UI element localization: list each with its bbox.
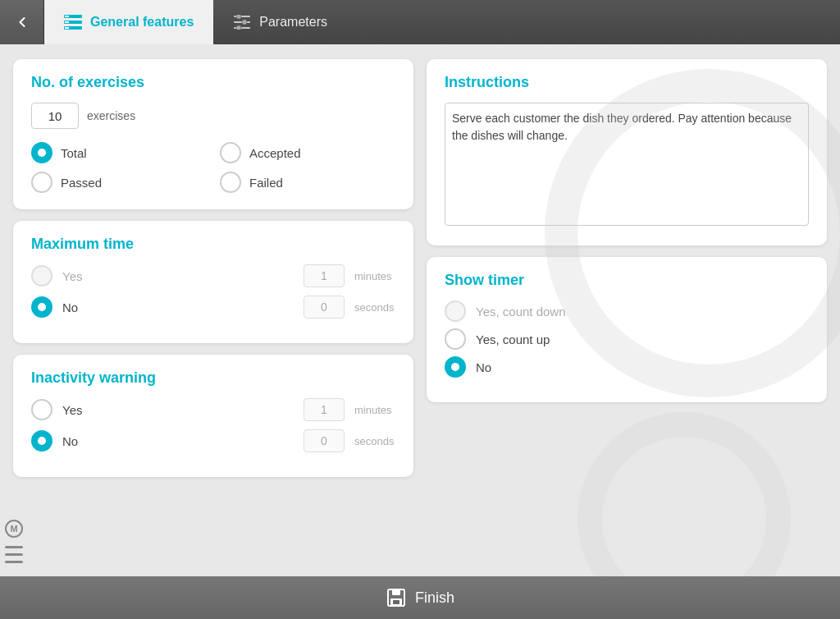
max-time-minutes-input[interactable]	[304, 264, 345, 287]
timer-count-up-row: Yes, count up	[445, 328, 809, 350]
instructions-card: Instructions Serve each customer the dis…	[427, 59, 827, 245]
radio-timer-no[interactable]	[445, 356, 466, 378]
timer-no-label: No	[476, 360, 491, 374]
sidebar-m-icon[interactable]: M	[5, 520, 23, 538]
svg-point-11	[236, 25, 241, 30]
inactivity-title: Inactivity warning	[31, 369, 395, 387]
timer-count-down-row: Yes, count down	[445, 300, 809, 322]
back-arrow-icon	[14, 14, 30, 30]
max-time-no-label: No	[62, 300, 78, 314]
sidebar-line-3	[5, 561, 23, 563]
general-features-icon	[64, 13, 82, 31]
parameters-icon	[233, 13, 251, 31]
radio-accepted-label: Accepted	[249, 146, 301, 160]
instructions-textarea[interactable]: Serve each customer the dish they ordere…	[445, 103, 809, 226]
tab-general-features[interactable]: General features	[44, 0, 213, 44]
inactivity-minutes-label: minutes	[354, 404, 395, 416]
main-content: No. of exercises exercises Total Accepte…	[0, 44, 840, 576]
inactivity-no-label: No	[62, 434, 78, 448]
svg-rect-3	[65, 16, 69, 17]
tab-general-label: General features	[90, 15, 194, 30]
tab-parameters[interactable]: Parameters	[213, 0, 347, 44]
radio-inactivity-no[interactable]	[31, 430, 52, 452]
radio-row-failed[interactable]: Failed	[220, 172, 395, 193]
radio-row-accepted[interactable]: Accepted	[220, 142, 395, 163]
timer-no-row: No	[445, 356, 809, 378]
max-time-card: Maximum time Yes minutes No seconds	[13, 221, 413, 343]
svg-rect-4	[65, 21, 69, 23]
left-sidebar: M	[0, 513, 28, 570]
show-timer-card: Show timer Yes, count down Yes, count up…	[427, 257, 827, 402]
exercises-input-row: exercises	[31, 103, 395, 129]
instructions-title: Instructions	[445, 74, 809, 91]
right-column: Instructions Serve each customer the dis…	[427, 59, 827, 562]
inactivity-seconds-label: seconds	[354, 435, 395, 447]
svg-point-10	[242, 20, 247, 25]
top-nav: General features Parameters	[0, 0, 840, 44]
svg-point-9	[236, 15, 241, 19]
exercises-unit-label: exercises	[87, 109, 135, 122]
max-time-seconds-input[interactable]	[304, 296, 345, 319]
finish-save-icon	[386, 587, 407, 608]
max-time-yes-row: Yes minutes	[31, 264, 395, 287]
radio-row-total[interactable]: Total	[31, 142, 207, 163]
max-time-seconds-label: seconds	[354, 301, 395, 314]
count-down-label: Yes, count down	[476, 305, 566, 319]
max-time-yes-label: Yes	[62, 269, 82, 283]
left-column: No. of exercises exercises Total Accepte…	[13, 59, 413, 562]
radio-failed-label: Failed	[249, 176, 283, 190]
radio-inactivity-yes[interactable]	[31, 399, 52, 420]
radio-count-down[interactable]	[445, 300, 466, 322]
radio-total-label: Total	[61, 146, 87, 160]
radio-total[interactable]	[31, 142, 52, 163]
radio-max-time-no[interactable]	[31, 296, 52, 318]
max-time-no-row: No seconds	[31, 296, 395, 319]
radio-row-passed[interactable]: Passed	[31, 172, 207, 193]
exercises-radio-grid: Total Accepted Passed Failed	[31, 142, 395, 193]
finish-label: Finish	[415, 589, 454, 607]
inactivity-yes-row: Yes minutes	[31, 398, 395, 421]
svg-rect-13	[392, 589, 400, 595]
radio-max-time-yes[interactable]	[31, 265, 52, 287]
max-time-title: Maximum time	[31, 236, 395, 253]
inactivity-yes-label: Yes	[62, 403, 82, 417]
radio-accepted[interactable]	[220, 142, 241, 163]
radio-passed-label: Passed	[61, 176, 102, 190]
svg-rect-15	[393, 600, 399, 604]
bottom-bar: Finish	[0, 576, 840, 619]
finish-button[interactable]: Finish	[386, 587, 454, 608]
inactivity-seconds-input[interactable]	[304, 429, 345, 452]
sidebar-line-2	[5, 553, 23, 556]
exercises-value-input[interactable]	[31, 103, 79, 129]
sidebar-line-1	[5, 546, 23, 548]
exercises-title: No. of exercises	[31, 74, 395, 91]
inactivity-no-row: No seconds	[31, 429, 395, 452]
inactivity-card: Inactivity warning Yes minutes No second…	[13, 355, 413, 477]
radio-failed[interactable]	[220, 172, 241, 193]
show-timer-title: Show timer	[445, 272, 809, 289]
max-time-minutes-label: minutes	[354, 270, 395, 282]
back-button[interactable]	[0, 0, 44, 44]
exercises-card: No. of exercises exercises Total Accepte…	[13, 59, 413, 209]
svg-rect-5	[65, 27, 69, 29]
radio-passed[interactable]	[31, 172, 52, 193]
count-up-label: Yes, count up	[476, 332, 550, 346]
radio-count-up[interactable]	[445, 328, 466, 350]
inactivity-minutes-input[interactable]	[304, 398, 345, 421]
tab-params-label: Parameters	[259, 15, 327, 30]
